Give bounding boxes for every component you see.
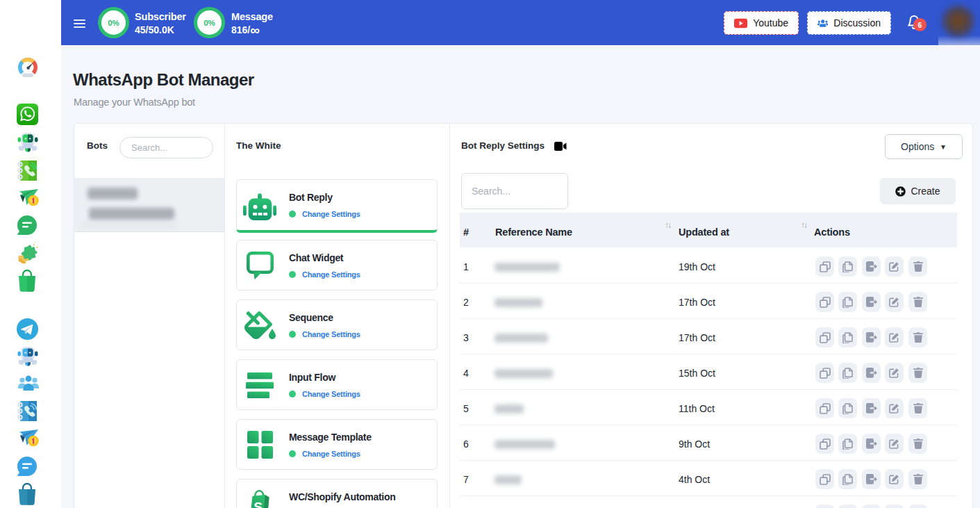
svg-text:S: S: [254, 500, 263, 508]
